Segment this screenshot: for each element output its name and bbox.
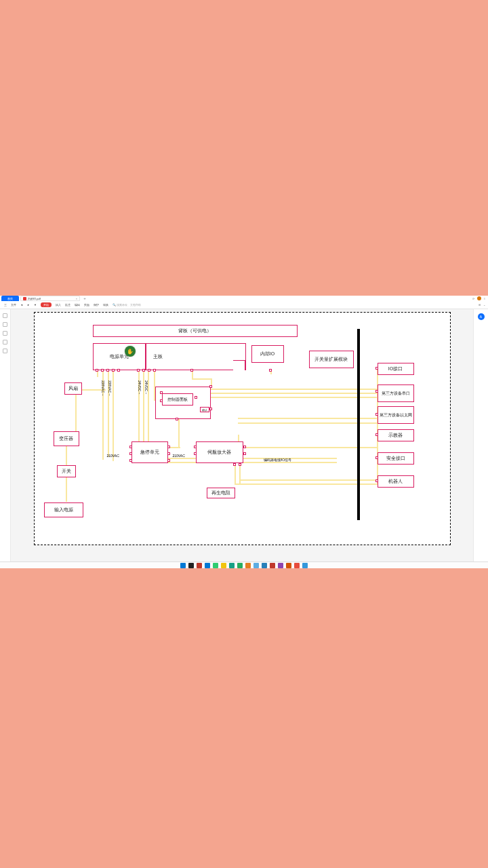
taskbar-start-icon[interactable] bbox=[180, 563, 186, 568]
right-sidebar: A bbox=[473, 309, 488, 561]
file-tab[interactable]: 内部IO.pdf × bbox=[20, 296, 80, 301]
left-sidebar bbox=[0, 309, 11, 561]
menu-edit[interactable]: 编辑 bbox=[75, 303, 80, 307]
taskbar-app-9[interactable] bbox=[253, 563, 259, 568]
menu-expand-icon[interactable]: ⌄ bbox=[483, 303, 485, 307]
label-210vac-2: 210VAC bbox=[173, 454, 185, 458]
box-switch-ext: 开关量扩展模块 bbox=[309, 351, 354, 368]
box-safety-if: 安全接口 bbox=[378, 452, 414, 465]
menu-icon[interactable]: ≡ bbox=[484, 297, 485, 300]
search-box[interactable]: 🔍 搜索命令、文档帮助 bbox=[113, 303, 141, 307]
taskbar-app-6[interactable] bbox=[229, 563, 235, 568]
menu-right: ⊞ ⌄ bbox=[479, 303, 485, 307]
menu-bar: 三 文件 ◄ ► ▼ 开始 插入 批注 编辑 页面 保护 转换 🔍 搜索命令、文… bbox=[0, 301, 488, 309]
box-servo-amp: 伺服放大器 bbox=[196, 441, 243, 463]
box-input-power: 输入电源 bbox=[44, 502, 83, 517]
taskbar-app-1[interactable] bbox=[188, 563, 194, 568]
box-fan: 风扇 bbox=[64, 382, 82, 395]
box-teach-pendant: 示教器 bbox=[378, 429, 414, 441]
box-switch: 开关 bbox=[57, 465, 76, 477]
menu-convert[interactable]: 转换 bbox=[103, 303, 108, 307]
sidebar-bookmark-icon[interactable] bbox=[3, 322, 7, 327]
label-24v-1: 24VDC→ bbox=[138, 380, 142, 395]
cursor-badge: ✋ bbox=[125, 346, 136, 357]
taskbar-app-11[interactable] bbox=[270, 563, 275, 568]
sidebar-signature-icon[interactable] bbox=[3, 340, 7, 344]
search-placeholder: 搜索命令、文档帮助 bbox=[117, 303, 141, 307]
label-220vac-2: 220VAC→ bbox=[108, 380, 112, 396]
box-third-eth: 第三方设备以太网 bbox=[378, 406, 414, 424]
taskbar-app-5[interactable] bbox=[221, 563, 226, 568]
canvas[interactable]: 背板（可供电） 电源单元 主板 内部IO 开关量扩展模块 风扇 控制器面板 确认… bbox=[11, 309, 473, 561]
taskbar-app-4[interactable] bbox=[213, 563, 218, 568]
menu-file[interactable]: 文件 bbox=[11, 303, 16, 307]
label-encoder: 编码器电缆/IO信号 bbox=[264, 458, 292, 462]
sync-icon[interactable]: ⟳ bbox=[472, 297, 474, 300]
pdf-icon bbox=[23, 297, 26, 300]
taskbar-app-12[interactable] bbox=[278, 563, 283, 568]
menu-protect[interactable]: 保护 bbox=[94, 303, 99, 307]
menu-page[interactable]: 页面 bbox=[84, 303, 89, 307]
taskbar-app-8[interactable] bbox=[245, 563, 251, 568]
main-area: 背板（可供电） 电源单元 主板 内部IO 开关量扩展模块 风扇 控制器面板 确认… bbox=[0, 309, 488, 561]
menu-drop-icon[interactable]: ▼ bbox=[34, 303, 37, 307]
menu-comment[interactable]: 批注 bbox=[65, 303, 70, 307]
tab-strip: 首页 内部IO.pdf × + ⟳ ≡ bbox=[0, 296, 488, 301]
menu-back-icon[interactable]: ◄ bbox=[20, 303, 23, 307]
menu-start[interactable]: 开始 bbox=[41, 302, 52, 307]
app-window: 首页 内部IO.pdf × + ⟳ ≡ 三 文件 ◄ ► ▼ 开始 插入 批注 … bbox=[0, 296, 488, 568]
taskbar-app-15[interactable] bbox=[302, 563, 308, 568]
box-transformer: 变压器 bbox=[54, 431, 79, 446]
box-io-interface: IO接口 bbox=[378, 363, 414, 375]
file-tab-label: 内部IO.pdf bbox=[28, 297, 41, 300]
chassis-divider bbox=[357, 329, 360, 520]
new-tab-button[interactable]: + bbox=[81, 296, 88, 301]
box-estop-unit: 急停单元 bbox=[131, 441, 168, 463]
taskbar-app-13[interactable] bbox=[286, 563, 291, 568]
box-third-serial: 第三方设备串口 bbox=[378, 384, 414, 402]
home-tab[interactable]: 首页 bbox=[1, 296, 19, 301]
taskbar-app-10[interactable] bbox=[262, 563, 267, 568]
sidebar-thumbnail-icon[interactable] bbox=[3, 313, 7, 318]
box-controller-btn: 确认 bbox=[200, 407, 209, 412]
box-regen-res: 再生电阻 bbox=[207, 488, 235, 498]
menu-hamburger-icon[interactable]: 三 bbox=[4, 303, 7, 307]
label-220vac-1: 220VAC→ bbox=[101, 380, 105, 396]
taskbar-app-14[interactable] bbox=[294, 563, 300, 568]
menu-forward-icon[interactable]: ► bbox=[27, 303, 30, 307]
avatar[interactable] bbox=[477, 296, 481, 300]
search-icon: 🔍 bbox=[113, 303, 116, 307]
ai-assistant-icon[interactable]: A bbox=[478, 313, 485, 320]
menu-insert[interactable]: 插入 bbox=[56, 303, 61, 307]
taskbar-app-3[interactable] bbox=[205, 563, 210, 568]
box-power-unit: 电源单元 bbox=[93, 343, 146, 370]
box-internal-io: 内部IO bbox=[251, 345, 284, 363]
sidebar-more-icon[interactable] bbox=[3, 349, 7, 353]
box-controller-panel: 控制器面板 bbox=[162, 393, 193, 406]
menu-tool-icon[interactable]: ⊞ bbox=[479, 303, 481, 307]
box-robot: 机器人 bbox=[378, 475, 414, 488]
label-24v-2: 24VDC→ bbox=[144, 380, 148, 395]
close-icon[interactable]: × bbox=[76, 297, 77, 300]
box-main-board: 主板 bbox=[146, 343, 246, 370]
label-210vac-1: 210VAC bbox=[107, 454, 119, 458]
taskbar-app-7[interactable] bbox=[237, 563, 243, 568]
sidebar-attachment-icon[interactable] bbox=[3, 331, 7, 336]
taskbar bbox=[0, 561, 488, 568]
tab-controls: ⟳ ≡ bbox=[472, 296, 485, 300]
box-backplane: 背板（可供电） bbox=[93, 325, 298, 337]
box-main-board-notch bbox=[233, 360, 245, 370]
pdf-page: 背板（可供电） 电源单元 主板 内部IO 开关量扩展模块 风扇 控制器面板 确认… bbox=[34, 312, 451, 545]
taskbar-app-2[interactable] bbox=[197, 563, 202, 568]
